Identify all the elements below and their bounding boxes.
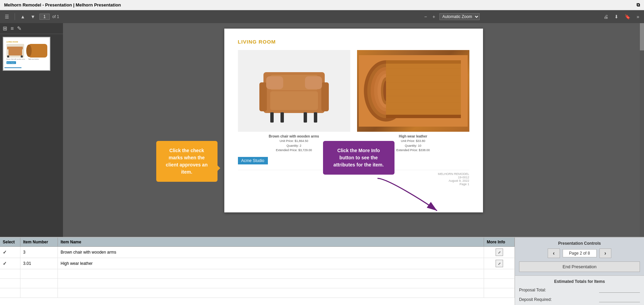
- svg-rect-21: [266, 76, 283, 89]
- svg-rect-18: [321, 82, 329, 111]
- svg-rect-4: [7, 47, 23, 49]
- row-2-select[interactable]: ✓: [0, 258, 20, 269]
- pdf-viewer[interactable]: LIVING ROOM: [63, 23, 644, 237]
- table-row-empty-2: [0, 279, 515, 288]
- next-page-btn[interactable]: ▼: [29, 13, 37, 20]
- table-row: ✓ 3 Brown chair with wooden arms ⤢: [0, 247, 515, 258]
- annotation-btn[interactable]: ✎: [17, 25, 21, 32]
- row-1-expand-btn[interactable]: ⤢: [496, 248, 503, 256]
- svg-rect-13: [4, 67, 21, 68]
- table-row-empty-3: [0, 288, 515, 298]
- table-row-empty-1: [0, 269, 515, 279]
- row-1-item-number: 3: [20, 247, 58, 258]
- table-body: ✓ 3 Brown chair with wooden arms ⤢ ✓ 3.: [0, 247, 515, 305]
- row-1-select[interactable]: ✓: [0, 247, 20, 258]
- estimated-totals: Estimated Totals for Items Proposal Tota…: [515, 276, 644, 305]
- next-slide-btn[interactable]: ›: [599, 248, 611, 258]
- app-title: Melhorn Remodel - Presentation | Melhorn…: [4, 2, 121, 7]
- page-indicator: Page 2 of 8: [563, 249, 597, 257]
- row-1-checkmark[interactable]: ✓: [3, 250, 7, 255]
- svg-rect-5: [7, 55, 9, 58]
- presentation-controls: Presentation Controls ‹ Page 2 of 8 › En…: [515, 238, 644, 276]
- sidebar-toggle-btn[interactable]: ☰: [3, 13, 11, 20]
- row-1-item-name: Brown chair with wooden arms: [58, 247, 484, 258]
- product-1-image: [238, 50, 350, 132]
- row-2-more-info: ⤢: [484, 258, 515, 269]
- pdf-toolbar: ☰ ▲ ▼ of 1 − + Automatic Zoom 50% 75% 10…: [0, 10, 644, 23]
- row-2-item-name: High wear leather: [58, 258, 484, 269]
- deposit-required-label: Deposit Required:: [519, 297, 552, 302]
- right-panel: Presentation Controls ‹ Page 2 of 8 › En…: [515, 238, 644, 305]
- download-btn[interactable]: ⬇: [613, 13, 620, 20]
- footer-info: MELHORN REMODEL 19-0012 August 9, 2022 P…: [438, 172, 469, 186]
- proposal-total-label: Proposal Total:: [519, 288, 546, 292]
- zoom-in-btn[interactable]: +: [431, 13, 436, 20]
- scrollbar-thumb[interactable]: [640, 23, 644, 50]
- svg-rect-44: [386, 115, 461, 118]
- zoom-select[interactable]: Automatic Zoom 50% 75% 100% 125% 150%: [439, 13, 480, 20]
- scrollbar-track[interactable]: [640, 23, 644, 237]
- footer-project-id: 19-0012: [438, 176, 469, 179]
- estimated-totals-title: Estimated Totals for Items: [519, 279, 640, 284]
- sidebar: ⊞ ≡ ✎ LIVING ROOM: [0, 23, 63, 237]
- title-bar: Melhorn Remodel - Presentation | Melhorn…: [0, 0, 644, 10]
- svg-rect-25: [304, 112, 307, 123]
- footer-company: MELHORN REMODEL: [438, 172, 469, 176]
- print-btn[interactable]: 🖨: [602, 13, 610, 20]
- svg-rect-23: [270, 112, 274, 123]
- svg-rect-24: [280, 112, 284, 123]
- callout-purple: Click the More Info button to see the at…: [323, 141, 395, 175]
- header-more-info: More Info: [484, 238, 515, 246]
- footer-date: August 9, 2022: [438, 179, 469, 182]
- thumbnail-preview: LIVING ROOM Brown chair with wooden arms…: [4, 38, 49, 69]
- row-1-more-info: ⤢: [484, 247, 515, 258]
- items-table-area: Select Item Number Item Name More Info ✓…: [0, 238, 515, 305]
- row-2-item-number: 3.01: [20, 258, 58, 269]
- bookmark-btn[interactable]: 🔖: [623, 13, 632, 20]
- bottom-section: Select Item Number Item Name More Info ✓…: [0, 237, 644, 305]
- svg-rect-36: [386, 60, 461, 64]
- svg-rect-26: [314, 112, 317, 123]
- svg-text:Brown chair with wooden arms: Brown chair with wooden arms: [6, 58, 25, 60]
- row-2-checkmark[interactable]: ✓: [3, 261, 7, 266]
- table-row: ✓ 3.01 High wear leather ⤢: [0, 258, 515, 269]
- prev-slide-btn[interactable]: ‹: [548, 248, 560, 258]
- product-1-name: Brown chair with wooden arms: [238, 134, 350, 139]
- prev-page-btn[interactable]: ▲: [19, 13, 27, 20]
- zoom-out-btn[interactable]: −: [423, 13, 428, 20]
- section-title: LIVING ROOM: [238, 39, 469, 45]
- svg-rect-22: [305, 76, 322, 89]
- end-presentation-btn[interactable]: End Presentation: [519, 261, 640, 272]
- proposal-total-value: [599, 287, 640, 293]
- chair-illustration: [238, 50, 350, 132]
- presentation-controls-title: Presentation Controls: [519, 241, 640, 246]
- nav-controls: ‹ Page 2 of 8 ›: [519, 248, 640, 258]
- svg-point-8: [26, 45, 32, 57]
- leather-illustration: [357, 50, 469, 132]
- header-item-number: Item Number: [20, 238, 58, 246]
- svg-rect-6: [21, 55, 23, 58]
- sidebar-toolbar: ⊞ ≡ ✎: [0, 23, 63, 34]
- outline-view-btn[interactable]: ≡: [11, 26, 14, 32]
- window-controls[interactable]: ⧉: [637, 2, 640, 8]
- svg-rect-17: [259, 82, 267, 111]
- svg-rect-20: [270, 91, 318, 110]
- main-area: ⊞ ≡ ✎ LIVING ROOM: [0, 23, 644, 237]
- more-tools-btn[interactable]: »: [635, 13, 641, 20]
- proposal-total-row: Proposal Total:: [519, 287, 640, 294]
- page-thumbnail-1[interactable]: LIVING ROOM Brown chair with wooden arms…: [3, 37, 50, 71]
- page-number-input[interactable]: [39, 14, 50, 20]
- footer-page: Page 1: [438, 182, 469, 186]
- row-2-expand-btn[interactable]: ⤢: [496, 260, 503, 267]
- svg-text:LIVING ROOM: LIVING ROOM: [6, 41, 18, 43]
- callout-yellow: Click the check marks when the client ap…: [156, 141, 218, 182]
- header-select: Select: [0, 238, 20, 246]
- table-header: Select Item Number Item Name More Info: [0, 238, 515, 247]
- svg-text:High wear leather: High wear leather: [28, 58, 39, 60]
- sidebar-thumbnails: LIVING ROOM Brown chair with wooden arms…: [0, 34, 63, 237]
- deposit-required-row: Deposit Required:: [519, 297, 640, 304]
- svg-text:Acme Studio: Acme Studio: [7, 62, 15, 64]
- header-item-name: Item Name: [58, 238, 484, 246]
- product-2-image: [357, 50, 469, 132]
- thumbnail-view-btn[interactable]: ⊞: [3, 25, 7, 32]
